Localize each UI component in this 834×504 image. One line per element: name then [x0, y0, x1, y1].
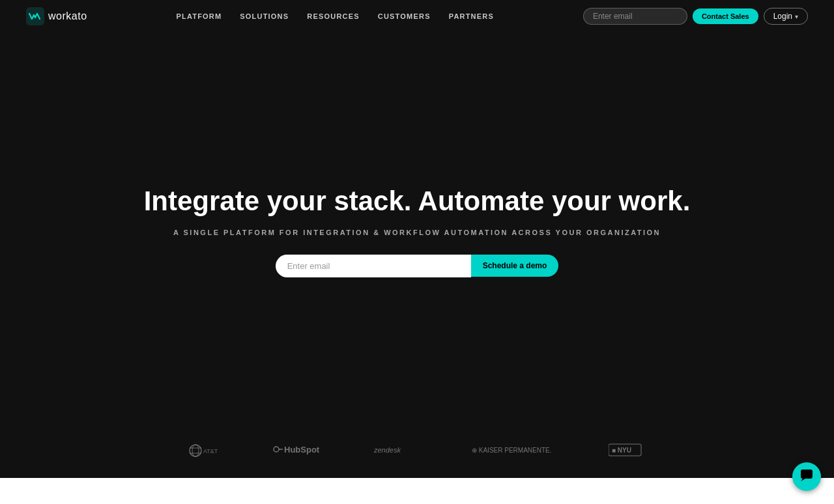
- svg-rect-13: [801, 469, 812, 479]
- zendesk-logo-svg: zendesk: [374, 443, 420, 458]
- hero-email-input[interactable]: [276, 255, 471, 277]
- hero-title: Integrate your stack. Automate your work…: [144, 185, 691, 217]
- schedule-demo-button[interactable]: Schedule a demo: [471, 255, 559, 277]
- hero-subtitle: A SINGLE PLATFORM FOR INTEGRATION & WORK…: [173, 229, 661, 236]
- nav-right: Contact Sales Login ▾: [583, 8, 808, 25]
- logo[interactable]: workato: [26, 7, 87, 25]
- bottom-section: Less work. More flow. It's easy to build…: [0, 478, 834, 504]
- login-button[interactable]: Login ▾: [764, 8, 808, 25]
- hubspot-logo-svg: HubSpot: [270, 443, 322, 458]
- workato-logo-text: workato: [48, 10, 87, 22]
- svg-text:■ NYU: ■ NYU: [612, 447, 631, 454]
- login-chevron-icon: ▾: [795, 13, 798, 20]
- nav-link-customers[interactable]: CUSTOMERS: [378, 12, 431, 20]
- nav-link-platform[interactable]: PLATFORM: [176, 12, 222, 20]
- nav-link-solutions[interactable]: SOLUTIONS: [240, 12, 289, 20]
- svg-marker-14: [801, 479, 805, 481]
- svg-text:HubSpot: HubSpot: [284, 445, 320, 455]
- svg-point-1: [190, 445, 201, 456]
- svg-text:⊕ KAISER PERMANENTE.: ⊕ KAISER PERMANENTE.: [472, 447, 551, 454]
- navbar: workato PLATFORM SOLUTIONS RESOURCES CUS…: [0, 0, 834, 33]
- nyu-logo: ■ NYU: [609, 443, 648, 458]
- logos-strip: AT&T HubSpot zendesk ⊕ KAISER PERMANENTE…: [0, 430, 834, 478]
- svg-point-6: [274, 447, 279, 452]
- nav-link-partners[interactable]: PARTNERS: [449, 12, 494, 20]
- nav-link-resources[interactable]: RESOURCES: [307, 12, 359, 20]
- att-logo-svg: AT&T: [186, 443, 218, 458]
- svg-text:zendesk: zendesk: [374, 446, 401, 454]
- nav-email-input[interactable]: [583, 8, 687, 25]
- nyu-logo-svg: ■ NYU: [609, 443, 648, 458]
- chat-bubble[interactable]: [792, 462, 821, 491]
- workato-logo-icon: [26, 7, 44, 25]
- hero-form: Schedule a demo: [276, 255, 559, 277]
- kaiser-logo-svg: ⊕ KAISER PERMANENTE.: [472, 443, 556, 458]
- svg-text:AT&T: AT&T: [203, 448, 218, 455]
- att-logo: AT&T: [186, 443, 218, 458]
- chat-icon: [799, 468, 814, 486]
- kaiser-logo: ⊕ KAISER PERMANENTE.: [472, 443, 556, 458]
- hero-section: Integrate your stack. Automate your work…: [0, 0, 834, 430]
- contact-sales-button[interactable]: Contact Sales: [693, 8, 758, 24]
- svg-point-2: [192, 445, 199, 456]
- zendesk-logo: zendesk: [374, 443, 420, 458]
- nav-links: PLATFORM SOLUTIONS RESOURCES CUSTOMERS P…: [176, 12, 494, 20]
- hubspot-logo: HubSpot: [270, 443, 322, 458]
